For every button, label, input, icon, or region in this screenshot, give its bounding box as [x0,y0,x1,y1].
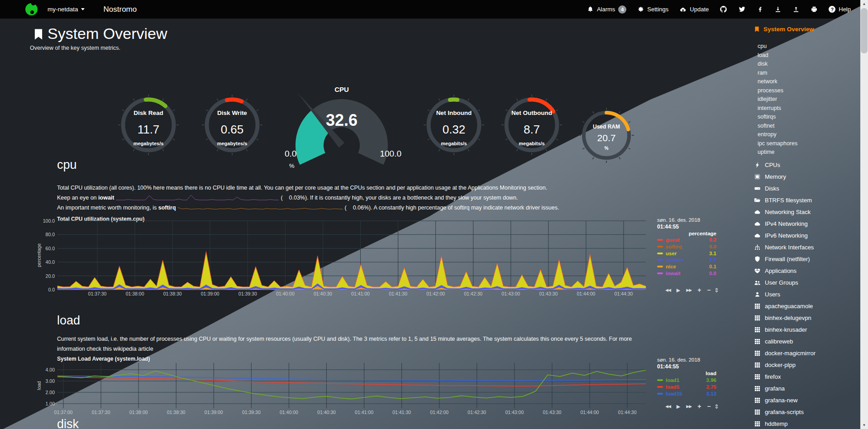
sidebar-item-memory[interactable]: Memory [754,171,816,183]
x-tick-label: 01:42:00 [425,410,453,415]
toolbar-play-button[interactable]: ▶ [677,288,680,293]
download-button[interactable] [774,6,782,13]
legend-swatch-icon [657,386,663,388]
print-button[interactable] [811,6,818,13]
gauge-net-outbound[interactable]: Net Outbound8.7megabits/s [502,97,561,157]
toolbar-backward-button[interactable]: ◀◀ [665,405,671,409]
legend-item-softirq[interactable]: softirq0.0 [657,244,716,250]
sidebar-item-binhex-krusader[interactable]: binhex-krusader [754,324,816,336]
load-description-line2[interactable]: information check this wikipedia article [57,344,632,354]
facebook-button[interactable] [757,6,763,13]
sidebar-sub-item-processes[interactable]: processes [758,86,797,95]
sidebar-item-grafana[interactable]: grafana [754,383,816,395]
sidebar-item-calibreweb[interactable]: calibreweb [754,336,816,348]
sidebar-item-docker-plpp[interactable]: docker-plpp [754,359,816,371]
chart-resize-handle[interactable]: ⇕ [714,403,719,410]
sidebar-item-users[interactable]: Users [754,289,816,300]
y-tick-label: 1.00 [38,401,55,406]
gauge-title: Net Outbound [502,110,561,116]
chart-resize-handle[interactable]: ⇕ [714,287,719,294]
sidebar-item-hddtemp[interactable]: hddtemp [754,418,816,429]
sidebar-item-network-interfaces[interactable]: Network Interfaces [754,242,816,253]
sidebar-sub-item-idlejitter[interactable]: idlejitter [758,95,797,104]
twitter-button[interactable] [738,5,746,13]
sidebar-item-firewall-netfilter-[interactable]: Firewall (netfilter) [754,253,816,265]
legend-item-load15[interactable]: load153.13 [657,391,716,397]
legend-swatch-icon [657,253,663,254]
scrollbar-up-arrow[interactable]: ▲ [860,0,868,8]
sidebar-item-label: IPv4 Networking [765,220,808,227]
sidebar-sub-item-uptime[interactable]: uptime [758,148,797,157]
legend-item-load5[interactable]: load52.75 [657,384,716,391]
sidebar-sub-item-disk[interactable]: disk [758,60,797,69]
sidebar-item-system-overview[interactable]: System Overview [754,26,814,33]
sidebar-sub-item-network[interactable]: network [758,77,797,86]
legend-item-guest[interactable]: guest0.2 [657,237,716,243]
sidebar-sub-item-interrupts[interactable]: interrupts [758,104,797,113]
sidebar-sub-item-softirqs[interactable]: softirqs [758,113,797,122]
help-button[interactable]: ? Help [829,6,851,13]
legend-units-header: load [657,371,716,376]
github-button[interactable] [720,5,727,13]
cpu-description-line3: An important metric worth monitoring, is… [57,203,559,213]
gauge-disk-write[interactable]: Disk Write0.65megabytes/s [203,97,262,157]
gauge-disk-read[interactable]: Disk Read11.7megabytes/s [119,97,178,157]
legend-item-system[interactable]: system1.7 [657,257,716,263]
sidebar-sub-item-ipc-semaphores[interactable]: ipc semaphores [758,139,797,148]
toolbar-zoom-out-button[interactable]: − [707,403,711,410]
legend-swatch-icon [657,246,663,248]
sidebar-item-docker-magicmirror[interactable]: docker-magicmirror [754,348,816,359]
sidebar-item-ipv4-networking[interactable]: IPv4 Networking [754,218,816,230]
chart-load-canvas[interactable] [57,363,646,408]
gauge-net-inbound[interactable]: Net Inbound0.32megabits/s [424,97,483,157]
toolbar-zoom-in-button[interactable]: + [697,403,701,410]
legend-item-iowait[interactable]: iowait0.0 [657,271,716,277]
sidebar-sub-item-softnet[interactable]: softnet [758,122,797,131]
netdata-logo-icon[interactable] [25,3,38,15]
update-label: Update [690,6,709,13]
x-tick-label: 01:39:30 [237,410,265,415]
sidebar-sub-item-load[interactable]: load [758,51,797,60]
alarms-button[interactable]: Alarms 4 [587,5,626,14]
scrollbar-down-arrow[interactable]: ▼ [860,421,868,429]
sidebar-item-disks[interactable]: Disks [754,183,816,195]
scrollbar[interactable]: ▲ ▼ [860,0,868,429]
sidebar-item-apacheguacamole[interactable]: apacheguacamole [754,300,816,312]
gauge-used-ram[interactable]: Used RAM20.7% [580,109,633,164]
sidebar-item-grafana-scripts[interactable]: grafana-scripts [754,406,816,418]
sidebar-sub-item-entropy[interactable]: entropy [758,130,797,139]
sidebar-item-ipv6-networking[interactable]: IPv6 Networking [754,230,816,242]
sidebar-item-cpus[interactable]: CPUs [754,159,816,171]
gauge-units: % [580,146,633,151]
sidebar-item-grafana-new[interactable]: grafana-new [754,395,816,406]
legend-name: softirq [666,244,682,250]
sidebar-item-user-groups[interactable]: User Groups [754,277,816,289]
upload-button[interactable] [792,6,800,13]
sidebar-item-firefox[interactable]: firefox [754,371,816,383]
sidebar-sub-item-cpu[interactable]: cpu [758,42,797,51]
legend-item-load1[interactable]: load13.96 [657,377,716,384]
hostname-dropdown[interactable]: my-netdata [48,6,85,13]
sidebar-item-applications[interactable]: Applications [754,265,816,277]
bookmark-icon [33,27,44,42]
toolbar-zoom-out-button[interactable]: − [707,287,711,293]
toolbar-forward-button[interactable]: ▶▶ [686,405,692,409]
scrollbar-thumb[interactable] [861,8,868,53]
chart-cpu-canvas[interactable] [57,221,646,290]
sidebar-item-binhex-delugevpn[interactable]: binhex-delugevpn [754,312,816,324]
legend-item-nice[interactable]: nice0.1 [657,264,716,270]
toolbar-play-button[interactable]: ▶ [677,404,680,409]
toolbar-zoom-in-button[interactable]: + [697,287,701,293]
sidebar-item-btrfs-filesystem[interactable]: BTRFS filesystem [754,195,816,206]
settings-button[interactable]: Settings [637,6,668,13]
gauge-cpu[interactable]: CPU32.60.0100.0% [278,86,405,172]
section-heading-load: load [57,314,80,328]
toolbar-forward-button[interactable]: ▶▶ [686,288,692,292]
x-tick-label: 01:39:00 [200,410,228,415]
legend-item-user[interactable]: user3.1 [657,251,716,257]
sidebar-sub-item-ram[interactable]: ram [758,69,797,78]
toolbar-backward-button[interactable]: ◀◀ [665,288,671,292]
sidebar-item-networking-stack[interactable]: Networking Stack [754,206,816,218]
update-button[interactable]: Update [679,6,709,13]
x-tick-label: 01:42:30 [463,410,491,415]
